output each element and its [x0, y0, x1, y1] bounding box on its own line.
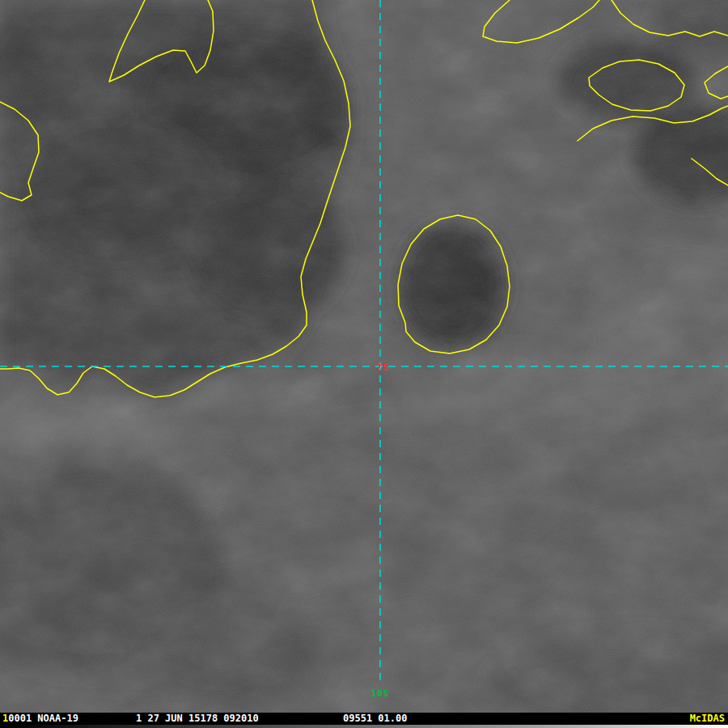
grayscale-wedge [0, 725, 728, 728]
crosshair-bottom-label: 105 [371, 688, 390, 699]
satellite-image-display[interactable]: 75 105 [0, 0, 728, 713]
frame-annotation: 10001 NOAA-19 [2, 713, 78, 725]
image-id: 0001 NOAA-19 [8, 713, 78, 724]
status-bar: 10001 NOAA-19 1 27 JUN 15178 092010 0955… [0, 713, 728, 725]
crosshair-intersection-label: 75 [376, 362, 388, 373]
mcidas-window: 75 105 10001 NOAA-19 1 27 JUN 15178 0920… [0, 0, 728, 728]
satellite-scene: 75 105 [0, 0, 728, 713]
image-scan-info: 09551 01.00 [343, 713, 407, 725]
mcidas-brand-label: McIDAS [690, 713, 725, 725]
image-datetime: 1 27 JUN 15178 092010 [136, 713, 259, 725]
